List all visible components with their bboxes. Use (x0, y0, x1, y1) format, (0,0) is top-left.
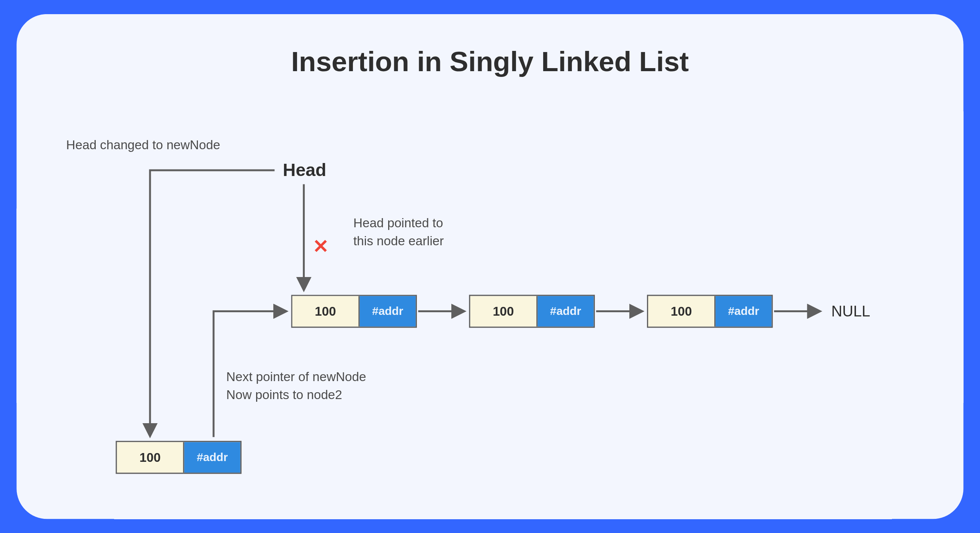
node-addr: #addr (538, 296, 594, 327)
node-data: 100 (470, 296, 538, 327)
diagram-card: Insertion in Singly Linked List Head Hea… (16, 14, 963, 519)
annotation-line: Head pointed to (353, 216, 443, 230)
head-label: Head (283, 160, 327, 180)
node-addr: #addr (185, 442, 240, 473)
diagram-title: Insertion in Singly Linked List (16, 46, 963, 78)
annotation-next-pointer: Next pointer of newNode Now points to no… (226, 368, 366, 403)
node-data: 100 (648, 296, 715, 327)
list-node-2: 100 #addr (469, 295, 595, 328)
annotation-head-pointed: Head pointed to this node earlier (353, 214, 444, 250)
node-addr: #addr (715, 296, 771, 327)
node-data: 100 (117, 442, 185, 473)
annotation-head-changed: Head changed to newNode (66, 136, 220, 153)
annotation-line: this node earlier (353, 234, 444, 248)
list-node-1: 100 #addr (291, 295, 417, 328)
node-data: 100 (292, 296, 360, 327)
cross-icon: ✕ (313, 235, 329, 257)
null-label: NULL (831, 302, 870, 320)
new-node: 100 #addr (116, 441, 242, 474)
annotation-line: Now points to node2 (226, 388, 342, 402)
node-addr: #addr (360, 296, 416, 327)
annotation-line: Next pointer of newNode (226, 370, 366, 384)
list-node-3: 100 #addr (647, 295, 773, 328)
